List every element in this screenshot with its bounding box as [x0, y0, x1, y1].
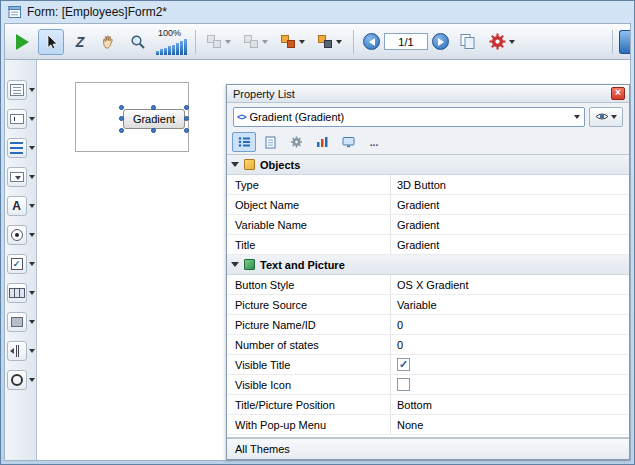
- collapse-triangle-icon[interactable]: [231, 262, 239, 267]
- property-value[interactable]: Gradient: [390, 235, 629, 254]
- clipped-toolbar-icon[interactable]: [619, 30, 631, 54]
- property-section-header[interactable]: Text and Picture: [227, 255, 629, 275]
- property-value[interactable]: [390, 375, 629, 394]
- static-text-tool-button[interactable]: A: [7, 196, 27, 216]
- dropdown-arrow-icon[interactable]: [29, 262, 35, 266]
- dropdown-arrow-icon[interactable]: [29, 117, 35, 121]
- property-value[interactable]: Gradient: [390, 195, 629, 214]
- view-options-button[interactable]: [589, 107, 623, 127]
- radio-button-tool-button[interactable]: [7, 225, 27, 245]
- input-field-tool-button[interactable]: [7, 109, 27, 129]
- zoom-control[interactable]: 100%: [156, 26, 187, 58]
- close-icon[interactable]: ×: [611, 87, 625, 100]
- checkbox-unchecked[interactable]: [397, 378, 410, 391]
- dropdown-arrow-icon[interactable]: [29, 291, 35, 295]
- checkbox-checked[interactable]: ✓: [397, 358, 410, 371]
- property-value[interactable]: Variable: [390, 295, 629, 314]
- form-canvas[interactable]: Gradient Property List ×: [37, 60, 630, 460]
- magnifier-icon: [130, 34, 146, 50]
- property-value[interactable]: ✓: [390, 355, 629, 374]
- tool-splitter[interactable]: [7, 341, 35, 361]
- tool-text-area[interactable]: [7, 80, 35, 100]
- selection-handle[interactable]: [151, 105, 156, 110]
- gradient-button-object[interactable]: Gradient: [123, 109, 185, 129]
- property-value[interactable]: 3D Button: [390, 175, 629, 194]
- dropdown-arrow-icon[interactable]: [29, 88, 35, 92]
- property-value[interactable]: None: [390, 415, 629, 434]
- display-pages-button[interactable]: [455, 29, 481, 55]
- property-section-header[interactable]: Objects: [227, 155, 629, 175]
- page-indicator[interactable]: 1/1: [384, 33, 428, 50]
- dropdown-arrow-icon[interactable]: [29, 320, 35, 324]
- tool-radio-button[interactable]: [7, 225, 35, 245]
- objects-cube-icon: [244, 159, 255, 170]
- selection-handle[interactable]: [184, 105, 189, 110]
- dropdown-arrow-icon[interactable]: [29, 175, 35, 179]
- theme-filter[interactable]: All Themes: [227, 438, 629, 459]
- execute-form-button[interactable]: [9, 29, 35, 55]
- selection-handle[interactable]: [184, 116, 189, 121]
- tool-combo-box[interactable]: [7, 167, 35, 187]
- dropdown-arrow-icon[interactable]: [29, 378, 35, 382]
- duplicate-dropdown[interactable]: [276, 30, 310, 54]
- dropdown-arrow-icon[interactable]: [29, 349, 35, 353]
- tab-more[interactable]: ...: [362, 132, 386, 152]
- tool-static-text[interactable]: A: [7, 196, 35, 216]
- splitter-tool-icon: [10, 345, 24, 357]
- selection-handle[interactable]: [184, 128, 189, 133]
- dropdown-arrow-icon[interactable]: [29, 233, 35, 237]
- tool-oval[interactable]: [7, 370, 35, 390]
- oval-tool-button[interactable]: [7, 370, 27, 390]
- dropdown-arrow-icon[interactable]: [29, 146, 35, 150]
- selection-handle[interactable]: [119, 116, 124, 121]
- next-page-button[interactable]: [432, 33, 449, 50]
- arrow-right-icon: [438, 38, 444, 46]
- distribute-objects-dropdown[interactable]: [239, 30, 273, 54]
- duplicate-icon: [281, 35, 296, 49]
- property-value[interactable]: OS X Gradient: [390, 275, 629, 294]
- form-area[interactable]: Gradient: [75, 82, 189, 152]
- align-objects-dropdown[interactable]: [202, 30, 236, 54]
- tool-hierarchical-list[interactable]: [7, 138, 35, 158]
- splitter-tool-button[interactable]: [7, 341, 27, 361]
- tool-rectangle[interactable]: [7, 312, 35, 332]
- form-properties-dropdown[interactable]: [484, 30, 520, 54]
- toolbar-separator: [612, 30, 613, 54]
- tab-action[interactable]: [284, 132, 308, 152]
- property-row: TitleGradient: [227, 235, 629, 255]
- move-tool-button[interactable]: [96, 29, 122, 55]
- text-area-tool-button[interactable]: [7, 80, 27, 100]
- tab-form[interactable]: [258, 132, 282, 152]
- tool-input-field[interactable]: [7, 109, 35, 129]
- collapse-triangle-icon[interactable]: [231, 162, 239, 167]
- property-value[interactable]: Bottom: [390, 395, 629, 414]
- tool-checkbox[interactable]: ✓: [7, 254, 35, 274]
- tab-events[interactable]: [310, 132, 334, 152]
- dropdown-arrow-icon[interactable]: [29, 204, 35, 208]
- tab-property-list[interactable]: [232, 132, 256, 152]
- level-dropdown[interactable]: [313, 30, 347, 54]
- entry-order-button[interactable]: Z: [67, 29, 93, 55]
- object-selector-dropdown[interactable]: <> Gradient (Gradient): [233, 107, 585, 127]
- selection-handle[interactable]: [119, 128, 124, 133]
- property-list-titlebar[interactable]: Property List ×: [227, 85, 629, 103]
- pointer-tool-button[interactable]: [38, 29, 64, 55]
- selection-handle[interactable]: [151, 128, 156, 133]
- rectangle-tool-button[interactable]: [7, 312, 27, 332]
- tool-button-grid[interactable]: [7, 283, 35, 303]
- hierarchical-list-tool-button[interactable]: [7, 138, 27, 158]
- button-grid-tool-button[interactable]: [7, 283, 27, 303]
- property-value[interactable]: 0: [390, 315, 629, 334]
- gear-icon: [489, 33, 506, 50]
- zoom-bars-icon[interactable]: [156, 39, 187, 55]
- property-value[interactable]: Gradient: [390, 215, 629, 234]
- previous-page-button[interactable]: [363, 33, 380, 50]
- selected-object[interactable]: Gradient: [123, 109, 185, 129]
- property-value[interactable]: 0: [390, 335, 629, 354]
- zoom-tool-button[interactable]: [125, 29, 151, 55]
- window-titlebar[interactable]: Form: [Employees]Form2*: [4, 1, 631, 23]
- selection-handle[interactable]: [119, 105, 124, 110]
- tab-display[interactable]: [336, 132, 360, 152]
- combo-box-tool-button[interactable]: [7, 167, 27, 187]
- checkbox-tool-button[interactable]: ✓: [7, 254, 27, 274]
